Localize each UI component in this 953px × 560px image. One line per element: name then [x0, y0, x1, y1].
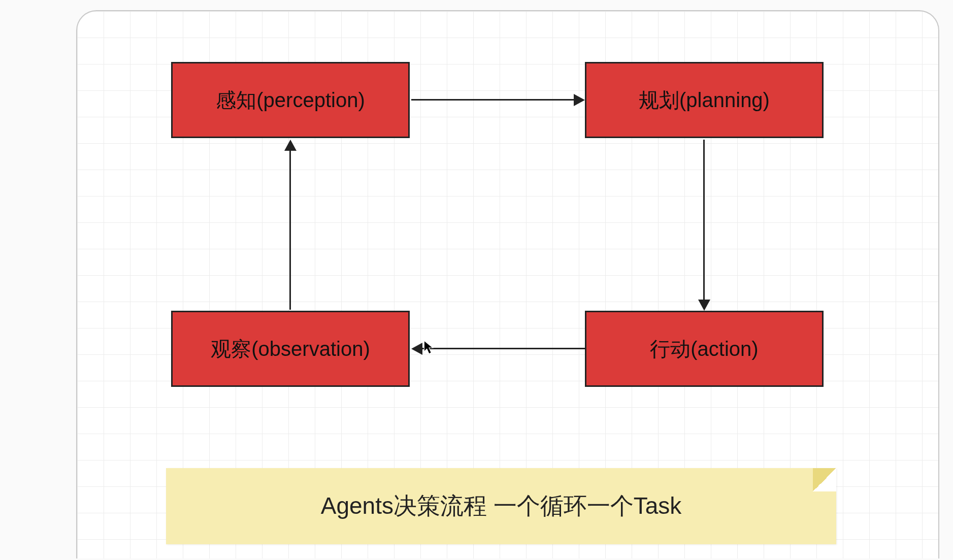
- caption-text: Agents决策流程 一个循环一个Task: [321, 490, 682, 522]
- arrow-action-to-observation: [422, 348, 585, 349]
- diagram-canvas: 感知(perception) 规划(planning) 观察(observati…: [76, 10, 939, 558]
- node-action[interactable]: 行动(action): [585, 311, 824, 387]
- node-planning[interactable]: 规划(planning): [585, 62, 824, 138]
- arrowhead-left-icon: [411, 343, 422, 355]
- note-fold-icon: [813, 468, 836, 491]
- arrow-observation-to-perception: [289, 150, 291, 310]
- arrow-planning-to-action: [703, 140, 705, 300]
- caption-sticky-note[interactable]: Agents决策流程 一个循环一个Task: [166, 468, 836, 544]
- arrowhead-down-icon: [698, 300, 710, 311]
- node-observation[interactable]: 观察(observation): [171, 311, 410, 387]
- arrow-perception-to-planning: [411, 99, 574, 101]
- arrowhead-right-icon: [574, 94, 585, 106]
- node-perception[interactable]: 感知(perception): [171, 62, 410, 138]
- arrowhead-up-icon: [284, 140, 297, 151]
